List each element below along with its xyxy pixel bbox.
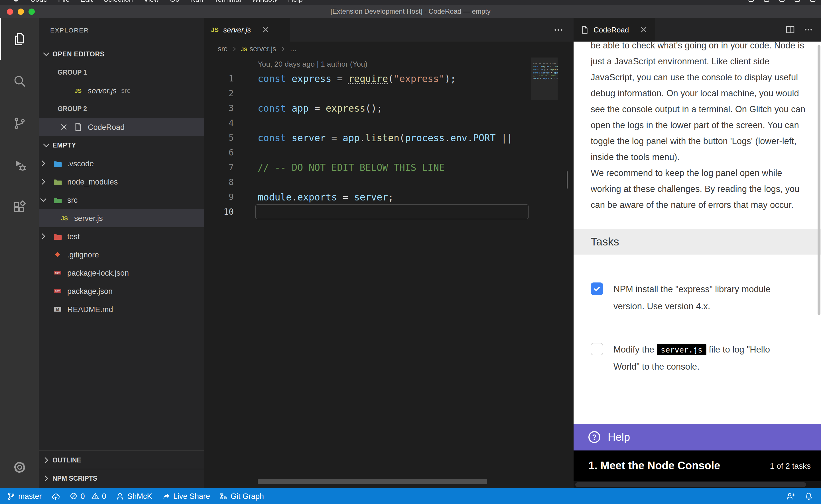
status-notifications[interactable] bbox=[804, 492, 813, 500]
menu-code[interactable]: Code bbox=[30, 0, 47, 3]
chevron-down-icon bbox=[42, 141, 51, 150]
code-line-7[interactable]: 7// -- DO NOT EDIT BELOW THIS LINE bbox=[204, 160, 573, 175]
webview-scrollbar[interactable] bbox=[818, 45, 820, 315]
code-line-9[interactable]: 9module.exports = server; bbox=[204, 190, 573, 204]
minimap[interactable]: ▪▪▪ ▪▪ ▪▪▪▪ ▪ ▪▪▪const express = require… bbox=[531, 42, 557, 488]
menu-terminal[interactable]: Terminal bbox=[214, 0, 241, 3]
sidebar-item-package-lock-json[interactable]: npmpackage-lock.json bbox=[39, 264, 204, 282]
menubar-extra-4-icon[interactable] bbox=[794, 0, 801, 3]
activity-source-control[interactable] bbox=[0, 102, 39, 144]
sidebar-item-server-js[interactable]: JSserver.js bbox=[39, 209, 204, 227]
lesson-paragraph: We recommend to keep the log panel open … bbox=[591, 165, 808, 213]
chevron-right-icon bbox=[39, 232, 48, 241]
bottom-strip-bar bbox=[575, 482, 806, 487]
section-header-outline[interactable]: OUTLINE bbox=[39, 450, 204, 469]
status-problems[interactable]: 0 0 bbox=[70, 492, 106, 500]
menu-window[interactable]: Window bbox=[252, 0, 277, 3]
folder-icon bbox=[52, 195, 63, 204]
breadcrumb-item[interactable]: … bbox=[290, 45, 297, 53]
editor-group-label-group-1[interactable]: GROUP 1 bbox=[39, 63, 204, 81]
menu-edit[interactable]: Edit bbox=[80, 0, 93, 3]
horizontal-scrollbar[interactable] bbox=[258, 479, 487, 484]
task-checkbox[interactable] bbox=[591, 343, 603, 355]
close-window-button[interactable] bbox=[7, 8, 13, 15]
status-git-graph[interactable]: Git Graph bbox=[220, 492, 264, 500]
vscode-window: CodeFileEditSelectionViewGoRunTerminalWi… bbox=[0, 0, 821, 504]
js-file-icon: JS bbox=[73, 86, 83, 95]
code-line-3[interactable]: 3const app = express(); bbox=[204, 101, 573, 116]
task-list: NPM install the "express" library module… bbox=[573, 281, 821, 375]
activity-run-debug[interactable] bbox=[0, 144, 39, 186]
activity-settings[interactable] bbox=[0, 446, 39, 488]
menubar-extra-3-icon[interactable] bbox=[778, 0, 786, 3]
close-tab-icon[interactable] bbox=[261, 25, 270, 34]
macos-menu-bar: CodeFileEditSelectionViewGoRunTerminalWi… bbox=[0, 0, 821, 5]
status-live-share-contacts[interactable] bbox=[786, 492, 795, 500]
sidebar-item-node-modules[interactable]: node_modules bbox=[39, 173, 204, 191]
code-line-4[interactable]: 4 bbox=[204, 116, 573, 130]
activity-explorer[interactable] bbox=[0, 18, 39, 60]
section-header-empty[interactable]: EMPTY bbox=[39, 136, 204, 154]
code-line-8[interactable]: 8 bbox=[204, 175, 573, 190]
code-line-6[interactable]: 6 bbox=[204, 145, 573, 160]
breadcrumb-item[interactable]: JSserver.js bbox=[241, 45, 276, 53]
breadcrumb-item[interactable]: src bbox=[218, 45, 227, 53]
sidebar-item-test[interactable]: test bbox=[39, 227, 204, 245]
tasks-header: Tasks bbox=[573, 229, 821, 255]
sidebar-item-src[interactable]: src bbox=[39, 191, 204, 209]
menu-run[interactable]: Run bbox=[190, 0, 203, 3]
status-account[interactable]: ShMcK bbox=[116, 492, 152, 500]
menubar-extra-2-icon[interactable] bbox=[763, 0, 770, 3]
editor-actions-button[interactable] bbox=[553, 18, 563, 42]
close-coderoad-tab-icon[interactable] bbox=[639, 25, 648, 34]
help-bar[interactable]: ? Help bbox=[573, 424, 821, 450]
minimize-window-button[interactable] bbox=[18, 8, 24, 15]
account-name: ShMcK bbox=[127, 492, 152, 500]
sidebar-item-package-json[interactable]: npmpackage.json bbox=[39, 282, 204, 300]
menu-selection[interactable]: Selection bbox=[103, 0, 133, 3]
zoom-window-button[interactable] bbox=[28, 8, 35, 15]
git-graph-label: Git Graph bbox=[231, 492, 264, 500]
close-editor-icon[interactable] bbox=[59, 122, 68, 132]
open-editor-server-js[interactable]: JSserver.jssrc bbox=[39, 81, 204, 100]
code-line-2[interactable]: 2 bbox=[204, 86, 573, 101]
title-bar[interactable]: [Extension Development Host] - CodeRoad … bbox=[0, 5, 821, 18]
breadcrumb: srcJSserver.js… bbox=[204, 42, 573, 56]
panel-more-actions-icon[interactable] bbox=[804, 25, 813, 34]
code-line-10[interactable]: 10 bbox=[204, 204, 573, 219]
menu-file[interactable]: File bbox=[58, 0, 70, 3]
menubar-extra-1-icon[interactable] bbox=[748, 0, 755, 3]
coderoad-tab-bar: CodeRoad bbox=[573, 18, 821, 42]
activity-search[interactable] bbox=[0, 60, 39, 102]
menu-view[interactable]: View bbox=[144, 0, 159, 3]
section-header-open-editors[interactable]: OPEN EDITORS bbox=[39, 45, 204, 63]
status-bar: master 0 0 ShMcK Live Share Git Grap bbox=[0, 488, 821, 504]
menubar-status-icons bbox=[748, 0, 816, 5]
menu-go[interactable]: Go bbox=[170, 0, 179, 3]
section-header-npm-scripts[interactable]: NPM SCRIPTS bbox=[39, 469, 204, 487]
webview-file-icon bbox=[580, 25, 589, 34]
menubar-extra-5-icon[interactable] bbox=[809, 0, 816, 3]
status-sync[interactable] bbox=[52, 492, 60, 500]
status-branch[interactable]: master bbox=[7, 492, 42, 500]
editor-group: JS server.js srcJSserver.js… You, 20 day… bbox=[204, 18, 573, 488]
menu-help[interactable]: Help bbox=[288, 0, 303, 3]
open-editor-coderoad[interactable]: CodeRoad bbox=[39, 118, 204, 136]
tab-server-js[interactable]: JS server.js bbox=[204, 18, 290, 42]
activity-extensions[interactable] bbox=[0, 186, 39, 228]
split-editor-icon[interactable] bbox=[786, 25, 795, 34]
lesson-bar[interactable]: 1. Meet the Node Console 1 of 2 tasks bbox=[573, 450, 821, 481]
tab-coderoad[interactable]: CodeRoad bbox=[573, 18, 655, 42]
sidebar-item-vscode[interactable]: .vscode bbox=[39, 154, 204, 173]
status-live-share[interactable]: Live Share bbox=[162, 492, 210, 500]
gitlens-blame-lens[interactable]: You, 20 days ago | 1 author (You) bbox=[258, 56, 573, 71]
chevron-right-icon bbox=[39, 159, 48, 168]
code-line-1[interactable]: 1const express = require("express"); bbox=[204, 71, 573, 86]
editor-group-label-group-2[interactable]: GROUP 2 bbox=[39, 100, 204, 118]
apple-menu-icon[interactable] bbox=[13, 0, 19, 3]
code-line-5[interactable]: 5const server = app.listen(process.env.P… bbox=[204, 130, 573, 145]
task-checkbox[interactable] bbox=[591, 282, 603, 295]
sidebar-item-gitignore[interactable]: .gitignore bbox=[39, 245, 204, 264]
warning-icon bbox=[91, 492, 99, 500]
sidebar-item-readme-md[interactable]: MREADME.md bbox=[39, 300, 204, 318]
